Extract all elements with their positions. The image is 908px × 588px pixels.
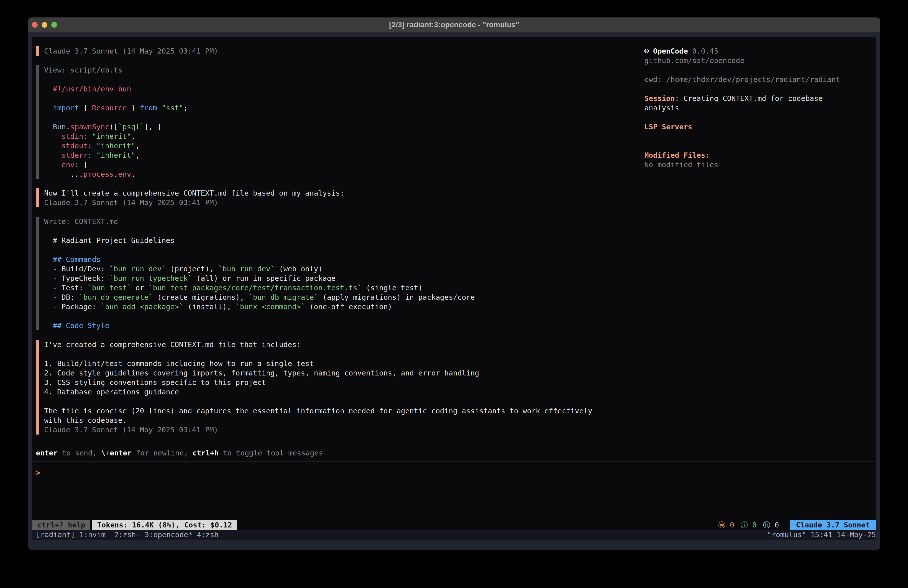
terminal-line: with this codebase. <box>44 416 644 425</box>
app-name: OpenCode <box>653 47 688 55</box>
info-count: ⓘ 0 <box>741 520 757 530</box>
terminal-line: ## Code Style <box>44 321 644 330</box>
status-bar: ctrl+? help Tokens: 16.4K (8%), Cost: $0… <box>32 520 876 530</box>
cwd-path: cwd: /home/thdxr/dev/projects/radiant/ra… <box>644 75 876 84</box>
window-title: [2/3] radiant:3:opencode - "romulus" <box>28 21 881 29</box>
terminal-line <box>44 226 644 236</box>
model-badge[interactable]: Claude 3.7 Sonnet <box>790 520 876 530</box>
app-title: © OpenCode 0.0.45 <box>644 46 876 56</box>
terminal-line: The file is concise (20 lines) and captu… <box>44 406 644 416</box>
composer-input[interactable]: > <box>32 461 876 520</box>
tool-write-block: Write: CONTEXT.md # Radiant Project Guid… <box>36 217 644 330</box>
terminal-line: Claude 3.7 Sonnet (14 May 2025 03:41 PM) <box>44 46 644 56</box>
terminal-line: 3. CSS styling conventions specific to t… <box>44 378 644 387</box>
terminal-line: # Radiant Project Guidelines <box>44 236 644 245</box>
traffic-lights <box>32 18 57 32</box>
modified-files-heading: Modified Files: <box>644 150 876 160</box>
titlebar: [2/3] radiant:3:opencode - "romulus" <box>28 18 881 32</box>
terminal-line: - Test: `bun test` or `bun test packages… <box>44 283 644 293</box>
terminal-line: ## Commands <box>44 255 644 264</box>
terminal-line: View: script/db.ts <box>44 65 644 75</box>
close-button[interactable] <box>32 22 38 27</box>
warning-count-icon: ⓦ <box>718 521 725 529</box>
assistant-summary-block: I've created a comprehensive CONTEXT.md … <box>36 340 644 435</box>
tmux-window-list[interactable]: [radiant] 1:nvim 2:zsh- 3:opencode* 4:zs… <box>36 530 219 539</box>
tool-view-block: View: script/db.ts #!/usr/bin/env bun im… <box>36 65 644 179</box>
tmux-session-clock: "romulus" 15:41 14-May-25 <box>767 530 876 539</box>
prompt-caret: > <box>36 469 40 477</box>
terminal-line: Claude 3.7 Sonnet (14 May 2025 03:41 PM) <box>44 198 644 207</box>
tmux-status-bar: [radiant] 1:nvim 2:zsh- 3:opencode* 4:zs… <box>32 530 876 540</box>
minimize-button[interactable] <box>42 22 47 27</box>
terminal-line: I've created a comprehensive CONTEXT.md … <box>44 340 644 349</box>
repo-link[interactable]: github.com/sst/opencode <box>644 56 876 65</box>
terminal-line: stdout: "inherit", <box>44 141 644 150</box>
session-label: Session <box>644 94 675 103</box>
terminal-line <box>44 311 644 321</box>
info-count-icon: ⓘ <box>741 521 748 529</box>
session-title: Session: Creating CONTEXT.md for codebas… <box>644 94 849 113</box>
assistant-header-block: Claude 3.7 Sonnet (14 May 2025 03:41 PM) <box>36 46 644 56</box>
sidebar: © OpenCode 0.0.45 github.com/sst/opencod… <box>644 46 876 448</box>
maximize-button[interactable] <box>52 22 57 27</box>
terminal-line: Claude 3.7 Sonnet (14 May 2025 03:41 PM) <box>44 425 644 435</box>
terminal-line: stderr: "inherit", <box>44 150 644 160</box>
terminal-line: Write: CONTEXT.md <box>44 217 644 226</box>
terminal-line: - TypeCheck: `bun run typecheck` (all) o… <box>44 274 644 283</box>
help-shortcut-chip[interactable]: ctrl+? help <box>32 520 90 530</box>
opencode-main: Claude 3.7 Sonnet (14 May 2025 03:41 PM)… <box>32 37 876 448</box>
chat-log[interactable]: Claude 3.7 Sonnet (14 May 2025 03:41 PM)… <box>36 46 644 448</box>
terminal-line <box>44 245 644 255</box>
composer-hint: enter to send, \+enter for newline, ctrl… <box>32 448 876 458</box>
terminal-line: 4. Database operations guidance <box>44 387 644 397</box>
terminal-line <box>44 75 644 84</box>
lsp-servers-heading: LSP Servers <box>644 122 876 132</box>
terminal-line <box>44 94 644 103</box>
terminal-line: Bun.spawnSync([`psql`], { <box>44 122 644 132</box>
terminal-line: 1. Build/lint/test commands including ho… <box>44 359 644 368</box>
terminal-line: - Build/Dev: `bun run dev` (project), `b… <box>44 264 644 274</box>
opencode-logo-mark: © <box>644 47 649 55</box>
terminal-content: Claude 3.7 Sonnet (14 May 2025 03:41 PM)… <box>32 37 876 540</box>
warning-count: ⓦ 0 <box>718 520 734 530</box>
assistant-message-block: Now I'll create a comprehensive CONTEXT.… <box>36 188 644 207</box>
lsp-diagnostics: ⓦ 0ⓘ 0ⓗ 0 <box>718 520 779 530</box>
terminal-line <box>44 113 644 122</box>
terminal-window: [2/3] radiant:3:opencode - "romulus" Cla… <box>28 18 881 550</box>
terminal-line: import { Resource } from "sst"; <box>44 103 644 113</box>
hint-count-icon: ⓗ <box>763 521 770 529</box>
terminal-line <box>44 349 644 359</box>
terminal-line: #!/usr/bin/env bun <box>44 84 644 94</box>
terminal-line: env: { <box>44 160 644 169</box>
terminal-line: - DB: `bun db generate` (create migratio… <box>44 293 644 302</box>
terminal-line: Now I'll create a comprehensive CONTEXT.… <box>44 188 644 198</box>
hint-count: ⓗ 0 <box>763 520 779 530</box>
tokens-cost-chip: Tokens: 16.4K (8%), Cost: $0.12 <box>92 520 237 530</box>
terminal-line: ...process.env, <box>44 169 644 179</box>
terminal-line: 2. Code style guidelines covering import… <box>44 368 644 378</box>
app-version: 0.0.45 <box>692 47 718 55</box>
modified-files-empty: No modified files <box>644 160 876 169</box>
terminal-line <box>44 397 644 406</box>
terminal-line: stdin: "inherit", <box>44 132 644 141</box>
terminal-line: - Package: `bun add <package>` (install)… <box>44 302 644 311</box>
